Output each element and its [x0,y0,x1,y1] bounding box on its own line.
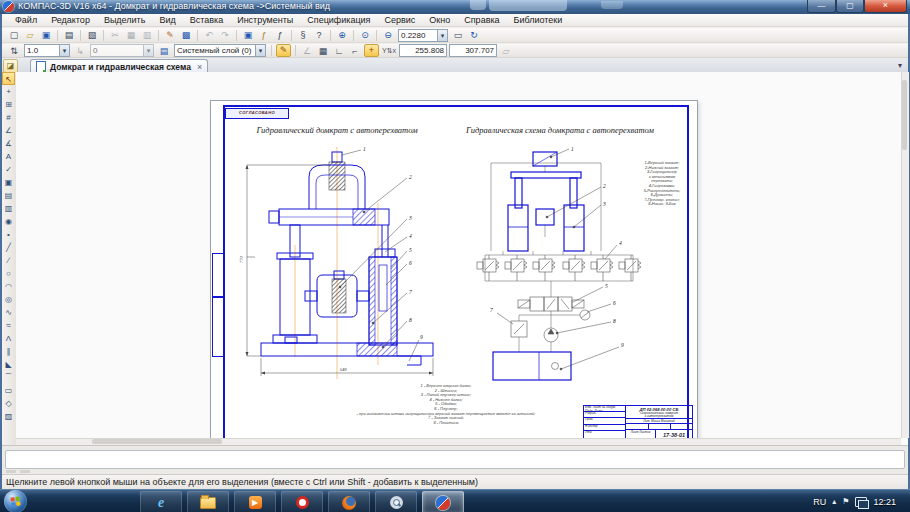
new-document-button[interactable]: ▢ [7,29,21,41]
spell-check-icon[interactable]: ✓ [2,163,15,176]
menu-service[interactable]: Сервис [378,15,423,25]
polyline-icon[interactable]: Λ [2,332,15,345]
window-titlebar[interactable]: КОМПАС-3D V16 x64 - Домкрат и гидравличе… [0,0,910,14]
cut-button[interactable]: ✂ [108,29,122,41]
local-coords-button[interactable]: + [364,44,379,57]
close-button[interactable]: × [864,0,907,13]
aux-line-icon[interactable]: ╱ [2,241,15,254]
fillet-icon[interactable]: ⌒ [2,371,15,384]
ortho-mode-button[interactable]: ∟ [332,45,346,57]
cursor-step-combo[interactable]: 1.0 [24,44,70,57]
extra-tool-button[interactable]: ▱ [499,45,513,57]
tab-list-dropdown-icon[interactable]: ▾ [898,61,902,70]
approval-stamp[interactable]: СОГЛАСОВАНО [225,108,289,119]
local-snap-icon[interactable]: ⊞ [2,98,15,111]
tray-expand-icon[interactable]: ▴ [832,497,836,506]
circle-tool-icon[interactable]: ○ [2,267,15,280]
language-indicator[interactable]: RU [813,497,826,507]
view-tool-icon[interactable]: ▥ [2,202,15,215]
fx-button[interactable]: ƒ [273,29,287,41]
taskbar-media-player[interactable]: ▶ [234,491,276,512]
chamfer-icon[interactable]: ◣ [2,358,15,371]
coord-y-field[interactable]: 307.707 [449,44,497,57]
menu-libraries[interactable]: Библиотеки [507,15,570,25]
point-tool-icon[interactable]: • [2,228,15,241]
menu-select[interactable]: Выделить [97,15,153,25]
offset-curve-icon[interactable]: ∥ [2,345,15,358]
menu-help[interactable]: Справка [457,15,506,25]
arc-tool-icon[interactable]: ◠ [2,280,15,293]
polygon-tool-icon[interactable]: ◇ [2,397,15,410]
print-button[interactable]: ▤ [62,29,76,41]
open-document-button[interactable]: ▱ [23,29,37,41]
new-window-button[interactable]: ▣ [241,29,255,41]
refresh-image-button[interactable]: ↻ [467,29,481,41]
save-button[interactable]: ▣ [39,29,53,41]
angle-snap-button[interactable]: ⌐ [348,45,362,57]
drawing-canvas[interactable]: СОГЛАСОВАНО Гидравлический домкрат с авт… [16,72,901,438]
library-manager-button[interactable]: § [296,29,310,41]
zoom-scale-combo[interactable]: 0.2280 [398,29,448,42]
minimize-button[interactable]: — [807,0,836,13]
taskbar-opera[interactable] [281,491,323,512]
undo-button[interactable]: ↶ [202,29,216,41]
select-arrow-icon[interactable]: ↖ [2,72,15,85]
redo-button[interactable]: ↷ [218,29,232,41]
clock[interactable]: 12:21 [873,497,896,507]
tab-close-icon[interactable]: × [197,62,202,72]
menu-specification[interactable]: Спецификация [300,15,377,25]
frame-tool-icon[interactable]: ▣ [2,176,15,189]
snap-mode-button[interactable]: ∠ [300,45,314,57]
ole-object-icon[interactable]: ◉ [2,215,15,228]
grid-setup-icon[interactable]: # [2,111,15,124]
menu-tools[interactable]: Инструменты [230,15,300,25]
drawing-sheet[interactable]: СОГЛАСОВАНО Гидравлический домкрат с авт… [210,100,698,438]
nurbs-curve-icon[interactable]: ≈ [2,319,15,332]
panel-grip[interactable] [20,470,30,473]
action-flag-icon[interactable]: ⚑ [842,497,849,506]
panel-grip[interactable] [6,470,16,473]
angle-dimension-icon[interactable]: ∡ [2,137,15,150]
menu-editor[interactable]: Редактор [44,15,97,25]
copy-properties-button[interactable]: ✎ [163,29,177,41]
rectangle-tool-icon[interactable]: ▭ [2,384,15,397]
menu-window[interactable]: Окно [422,15,457,25]
print-preview-button[interactable]: ▧ [85,29,99,41]
bezier-curve-icon[interactable]: ∿ [2,306,15,319]
taskbar-kompas[interactable] [422,491,464,512]
context-help-button[interactable]: ? [312,29,326,41]
grid-button[interactable]: ▦ [316,45,330,57]
restore-button[interactable]: ▢ [836,0,864,13]
taskbar-firefox[interactable] [328,491,370,512]
ellipse-tool-icon[interactable]: ◎ [2,293,15,306]
line-segment-icon[interactable]: ∕ [2,254,15,267]
vertical-scrollbar-thumb[interactable] [902,80,907,150]
associativity-combo[interactable]: 0 [90,44,154,57]
zoom-in-button[interactable]: ⊕ [335,29,349,41]
horizontal-scrollbar-thumb[interactable] [92,439,222,444]
taskbar-internet-explorer[interactable]: e [140,491,182,512]
variables-button[interactable]: ƒ [257,29,271,41]
menu-insert[interactable]: Вставка [183,15,230,25]
panel-toggle-button[interactable]: ◪ [3,59,18,73]
hatch-tool-icon[interactable]: ▨ [2,410,15,423]
text-tool-icon[interactable]: А [2,150,15,163]
layout-sheet-icon[interactable]: ▤ [2,189,15,202]
copy-button[interactable]: ▦ [124,29,138,41]
paste-button[interactable]: ▥ [140,29,154,41]
coord-x-field[interactable]: 255.808 [399,44,447,57]
document-tab[interactable]: Домкрат и гидравлическая схема × [30,59,208,73]
taskbar-explorer[interactable] [187,491,229,512]
fit-document-button[interactable]: ▭ [451,29,465,41]
network-display-icon[interactable] [855,497,867,507]
marking-table-button[interactable]: ▩ [179,29,193,41]
menu-file[interactable]: Файл [8,15,44,25]
zoom-out-button[interactable]: ⊖ [381,29,395,41]
measure-icon[interactable]: ∠ [2,124,15,137]
menu-view[interactable]: Вид [152,15,182,25]
current-layer-combo[interactable]: Системный слой (0) [174,44,266,57]
snap-point-icon[interactable]: + [2,85,15,98]
property-bar-field[interactable] [5,450,905,469]
zoom-frame-button[interactable]: ⊙ [358,29,372,41]
line-style-button[interactable]: ✎ [276,44,291,57]
